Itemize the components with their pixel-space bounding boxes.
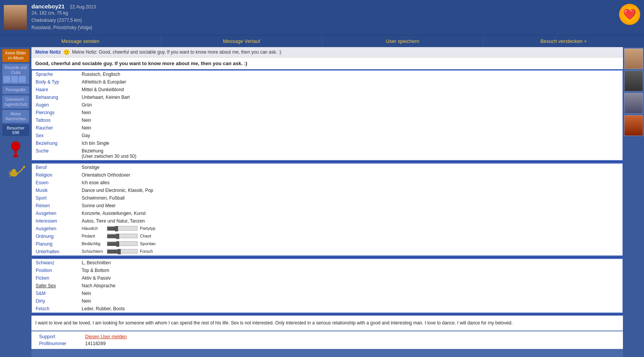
notiz-bar: Meine Notiz 🙂 Meine Notiz: Good, cheerfu…: [31, 47, 623, 57]
personality-label: Ausgehen: [32, 225, 78, 233]
basic-info-table: SpracheRussisch, EnglischBody & TypAthle…: [32, 70, 623, 160]
basic-info-row: SucheBeziehung(User zwischen 30 und 50): [32, 147, 623, 160]
field-label: Beruf: [32, 164, 78, 171]
besuch-verstecken-button[interactable]: Besuch verstecken +: [483, 35, 644, 47]
field-label: Religion: [32, 171, 78, 179]
sex-info-row: PositionTop & Bottom: [32, 267, 623, 274]
sex-info-section: SchwanzL, BeschnittenPositionTop & Botto…: [31, 259, 623, 313]
basic-info-row: SexGay: [32, 132, 623, 139]
basic-info-row: PiercingsNein: [32, 109, 623, 116]
interest-row: ReligionOrientalisch Orthodoxer: [32, 171, 623, 179]
profilnummer-label: Profilnummer: [35, 340, 81, 347]
notiz-label: Meine Notiz: [35, 49, 61, 55]
basic-info-row: TattoosNein: [32, 116, 623, 124]
slider-row: Pedant Chaot: [82, 234, 619, 238]
field-label: Sport: [32, 194, 78, 202]
heart-icon[interactable]: ❤️: [619, 4, 640, 25]
nachrichten-button[interactable]: Meine Nachrichten: [2, 110, 29, 123]
personality-label: Unterhalten: [32, 248, 78, 255]
interests-section: BerufSonstigeReligionOrientalisch Orthod…: [31, 163, 623, 256]
thumbnail-3[interactable]: [624, 93, 643, 114]
field-value: Athletisch & Europäer: [78, 78, 623, 86]
svg-line-2: [13, 155, 15, 157]
profile-heading: Good, cheerful and sociable guy. If you …: [31, 57, 623, 70]
field-label: S&M: [32, 290, 78, 297]
interest-row: BerufSonstige: [32, 164, 623, 171]
field-label: Safer Sex: [32, 282, 78, 290]
personality-row: Ausgehen Häuslich Partytyp: [32, 225, 623, 233]
header-info: danceboy21 22.Aug.2013 24, 182 cm, 75 kg…: [31, 3, 640, 32]
section-divider-3: [31, 314, 623, 315]
basic-info-section: SpracheRussisch, EnglischBody & TypAthle…: [31, 70, 623, 160]
report-user-link[interactable]: Diesen User melden: [85, 334, 127, 339]
pornografie-button[interactable]: Pornografie: [2, 86, 29, 94]
field-label: Suche: [32, 147, 78, 160]
field-label: Schwanz: [32, 259, 78, 267]
basic-info-row: Body & TypAthletisch & Europäer: [32, 78, 623, 86]
interest-row: EssenIch esse alles: [32, 179, 623, 187]
content: Meine Notiz 🙂 Meine Notiz: Good, cheerfu…: [31, 47, 623, 357]
svg-line-8: [9, 174, 12, 174]
personality-value: Pedant Chaot: [78, 233, 623, 240]
field-value: Sonne und Meer: [78, 202, 623, 210]
support-label: Support: [35, 333, 81, 340]
navbar: Message senden Message Verlauf User spei…: [0, 35, 644, 47]
field-value: Nein: [78, 124, 623, 132]
thumbnail-1[interactable]: [624, 48, 643, 69]
slider-track: [107, 234, 138, 238]
personality-label: Planung: [32, 240, 78, 248]
header: danceboy21 22.Aug.2013 24, 182 cm, 75 kg…: [0, 0, 644, 35]
sex-info-row: FickenAktiv & Passiv: [32, 274, 623, 282]
avatar[interactable]: [4, 5, 27, 30]
support-row: Support Diesen User melden: [35, 333, 131, 340]
join-date: 22.Aug.2013: [70, 4, 96, 10]
svg-rect-0: [15, 152, 16, 157]
message-verlauf-button[interactable]: Message Verlauf: [161, 35, 322, 47]
personality-table: Ausgehen Häuslich Partytyp Ordnung Pedan…: [32, 225, 623, 255]
field-label: Haare: [32, 86, 78, 93]
freunde-clubs-button[interactable]: Freunde und Clubs: [2, 64, 29, 84]
field-label: Dirty: [32, 297, 78, 305]
username: danceboy21: [31, 3, 65, 10]
location: Cheboksary (2377,5 km): [31, 17, 640, 24]
field-label: Augen: [32, 101, 78, 109]
personality-row: Unterhalten Schüchtern Forsch: [32, 248, 623, 255]
svg-line-3: [17, 155, 18, 157]
field-value: Russisch, Englisch: [78, 70, 623, 78]
profilnummer-value: 14118289: [81, 340, 131, 347]
field-value: Ich esse alles: [78, 179, 623, 187]
field-value: Nein: [78, 109, 623, 116]
main-layout: Keine Bilder im Album Freunde und Clubs …: [0, 47, 644, 357]
field-label: Sprache: [32, 70, 78, 78]
gaestebuch-button[interactable]: Gästebuch / Jugendschutz: [2, 95, 29, 108]
field-value: Dance und Electronic, Klassik, Pop: [78, 187, 623, 194]
interest-row: SportSchwimmen, Fußball: [32, 194, 623, 202]
sex-info-table: SchwanzL, BeschnittenPositionTop & Botto…: [32, 259, 623, 313]
svg-rect-1: [16, 152, 17, 157]
user-speichern-button[interactable]: User speichern: [322, 35, 483, 47]
slider-right-label: Forsch: [140, 249, 153, 254]
field-value: Ich bin Single: [78, 139, 623, 147]
message-senden-button[interactable]: Message senden: [0, 35, 161, 47]
support-link-cell: Diesen User melden: [81, 333, 131, 340]
personality-value: Bedächtig Spontan: [78, 240, 623, 248]
field-value: Beziehung(User zwischen 30 und 50): [78, 147, 623, 160]
field-label: Ficken: [32, 274, 78, 282]
interest-row: ReisenSonne und Meer: [32, 202, 623, 210]
sex-info-row: FetschLeder, Rubber, Boots: [32, 305, 623, 313]
sex-info-row: S&MNein: [32, 290, 623, 297]
basic-info-row: RaucherNein: [32, 124, 623, 132]
interest-row: MusikDance und Electronic, Klassik, Pop: [32, 187, 623, 194]
thumbnail-4[interactable]: [624, 115, 643, 136]
slider-right-label: Partytyp: [140, 226, 155, 231]
keine-bilder-button[interactable]: Keine Bilder im Album: [2, 49, 29, 62]
field-value: Sonstige: [78, 164, 623, 171]
basic-info-row: BeziehungIch bin Single: [32, 139, 623, 147]
field-value: Mittel & Dunkelblond: [78, 86, 623, 93]
bio-text: I want to love and be loved. I am lookin…: [35, 320, 513, 326]
slider-left-label: Bedächtig: [82, 241, 105, 246]
slider-left-label: Pedant: [82, 234, 105, 238]
thumbnail-2[interactable]: [624, 70, 643, 92]
slider-right-label: Spontan: [140, 241, 156, 246]
bio-section: I want to love and be loved. I am lookin…: [31, 316, 623, 331]
